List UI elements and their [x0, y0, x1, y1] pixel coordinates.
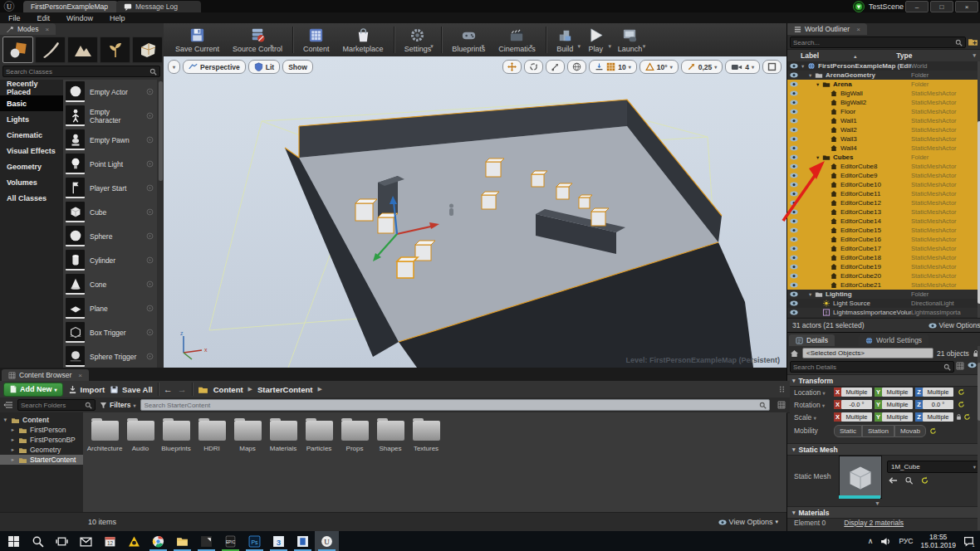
outliner-row-editorcube12[interactable]: EditorCube12StaticMeshActor	[787, 198, 978, 207]
eye-icon[interactable]	[968, 362, 977, 368]
expander-icon[interactable]: ▸	[10, 427, 16, 433]
eye-icon[interactable]	[790, 236, 798, 242]
outliner-row-wall1[interactable]: Wall1StaticMeshActor	[787, 116, 978, 125]
taskbar-blue-app-icon[interactable]	[291, 531, 315, 551]
eye-icon[interactable]	[790, 154, 798, 160]
axis-y-value[interactable]: Multiple	[882, 400, 913, 409]
place-tool-button[interactable]	[2, 37, 33, 63]
eye-icon[interactable]	[790, 264, 798, 270]
eye-icon[interactable]	[790, 118, 798, 124]
taskbar-mail-icon[interactable]	[74, 531, 98, 551]
minimize-button[interactable]: –	[905, 1, 929, 12]
outliner-row-editorcube13[interactable]: EditorCube13StaticMeshActor	[787, 207, 978, 217]
asset-folder-hdri[interactable]: HDRI	[198, 421, 226, 452]
move-tool-button[interactable]	[502, 60, 522, 74]
content-browser-tab[interactable]: Content Browser ×	[2, 369, 89, 381]
window-tab-message-log[interactable]: Message Log	[116, 1, 201, 12]
coordinate-system-button[interactable]	[567, 60, 586, 74]
close-icon[interactable]: ×	[78, 372, 82, 379]
outliner-row-wall4[interactable]: Wall4StaticMeshActor	[787, 144, 978, 153]
place-item-cone[interactable]: Cone	[63, 272, 157, 296]
toolbar-cinematics-button[interactable]: Cinematics▾	[492, 24, 542, 56]
add-new-button[interactable]: Add New ▾	[3, 383, 63, 397]
category-recently-placed[interactable]: Recently Placed	[0, 80, 63, 95]
details-search-input[interactable]	[791, 363, 943, 371]
outliner-row-editorcube15[interactable]: EditorCube15StaticMeshActor	[787, 226, 978, 235]
taskbar-task-view-icon[interactable]	[50, 531, 74, 551]
outliner-row-arena[interactable]: ▾ArenaFolder	[787, 80, 978, 89]
asset-folder-materials[interactable]: Materials	[269, 421, 297, 452]
outliner-row-editorcube9[interactable]: EditorCube9StaticMeshActor	[787, 171, 978, 180]
maximize-button[interactable]: □	[930, 1, 953, 12]
asset-folder-blueprints[interactable]: Blueprints	[162, 421, 190, 452]
expander-icon[interactable]: ▾	[801, 63, 807, 70]
taskbar-epic-icon[interactable]: EPIC	[218, 531, 243, 551]
eye-icon[interactable]	[790, 173, 798, 178]
outliner-row-editorcube17[interactable]: EditorCube17StaticMeshActor	[787, 244, 978, 253]
expander-icon[interactable]: ▾	[809, 72, 815, 79]
asset-folder-textures[interactable]: Textures	[412, 421, 440, 452]
grid-snap-button[interactable]: 10 ▾	[589, 60, 636, 74]
place-item-point-light[interactable]: Point Light	[63, 152, 157, 176]
transform-section-header[interactable]: ▾ Transform	[787, 374, 980, 387]
eye-icon[interactable]	[790, 191, 798, 197]
toolbar-play-button[interactable]: Play▾	[581, 24, 611, 56]
outliner-row-editorcube16[interactable]: EditorCube16StaticMeshActor	[787, 235, 978, 244]
tab-world-settings[interactable]: World Settings	[859, 334, 929, 346]
scrollbar[interactable]	[159, 81, 163, 181]
axis-x-value[interactable]: Multiple	[841, 388, 872, 397]
static-mesh-dropdown[interactable]: 1M_Cube ▾	[887, 461, 980, 473]
expander-icon[interactable]: ▾	[2, 417, 8, 423]
geometry-tool-button[interactable]	[132, 37, 163, 63]
outliner-row-editorcube14[interactable]: EditorCube14StaticMeshActor	[787, 217, 978, 226]
eye-icon[interactable]	[790, 291, 798, 297]
eye-icon[interactable]	[790, 90, 798, 96]
home-icon[interactable]	[790, 349, 799, 358]
reset-icon[interactable]	[920, 476, 929, 485]
expander-icon[interactable]: ▾	[816, 81, 822, 88]
eye-icon[interactable]	[790, 246, 798, 251]
search-folders-input[interactable]	[18, 402, 85, 409]
column-type[interactable]: Type	[896, 51, 912, 60]
close-icon[interactable]: ×	[856, 26, 860, 33]
toolbar-blueprints-button[interactable]: Blueprints▾	[445, 24, 492, 56]
axis-z-value[interactable]: 0.0 °	[923, 400, 953, 409]
viewport-3d[interactable]: ▾ Perspective Lit Show 10 ▾ 10° ▾	[164, 56, 786, 368]
place-item-plane[interactable]: Plane	[63, 296, 157, 320]
chevron-right-icon[interactable]: ▶	[318, 386, 322, 393]
breadcrumb-content[interactable]: Content	[213, 385, 243, 394]
category-visual-effects[interactable]: Visual Effects	[0, 143, 63, 158]
tree-item-firstpersonbp[interactable]: ▸FirstPersonBP	[0, 435, 83, 445]
save-all-button[interactable]: Save All	[110, 385, 153, 394]
section-expander[interactable]: ▼	[875, 500, 880, 506]
asset-folder-architecture[interactable]: Architecture	[91, 421, 119, 452]
place-item-empty-pawn[interactable]: Empty Pawn	[63, 128, 157, 152]
tree-item-geometry[interactable]: ▸Geometry	[0, 445, 83, 455]
place-item-sphere-trigger[interactable]: Sphere Trigger	[63, 344, 157, 368]
paint-tool-button[interactable]	[35, 37, 66, 63]
outliner-row-floor[interactable]: FloorStaticMeshActor	[787, 107, 978, 116]
asset-folder-props[interactable]: Props	[341, 421, 369, 452]
view-options-button[interactable]: View Options ▾	[929, 321, 980, 329]
asset-folder-maps[interactable]: Maps	[233, 421, 262, 452]
eye-icon[interactable]	[790, 145, 798, 151]
outliner-row-editorcube8[interactable]: EditorCube8StaticMeshActor	[787, 162, 978, 171]
menu-file[interactable]: File	[8, 14, 21, 22]
taskbar-explorer-icon[interactable]	[170, 531, 194, 551]
eye-icon[interactable]	[790, 300, 798, 306]
asset-folder-particles[interactable]: Particles	[305, 421, 333, 452]
outliner-search-input[interactable]	[791, 39, 955, 46]
eye-icon[interactable]	[790, 218, 798, 224]
reset-icon[interactable]	[958, 401, 965, 408]
settings-grid-icon[interactable]	[777, 401, 786, 409]
axis-y-value[interactable]: Multiple	[882, 388, 913, 397]
axis-x-value[interactable]: -0.0 °	[841, 400, 872, 409]
eye-icon[interactable]	[790, 100, 798, 105]
show-button[interactable]: Show	[282, 60, 313, 74]
new-folder-icon[interactable]	[968, 37, 978, 46]
tree-item-firstperson[interactable]: ▸FirstPerson	[0, 425, 83, 435]
toolbar-build-button[interactable]: Build▾	[550, 24, 581, 56]
outliner-row-cubes[interactable]: ▾CubesFolder	[787, 153, 978, 162]
world-outliner-tab[interactable]: World Outliner ×	[787, 23, 867, 35]
outliner-row-editorcube19[interactable]: EditorCube19StaticMeshActor	[787, 262, 978, 271]
